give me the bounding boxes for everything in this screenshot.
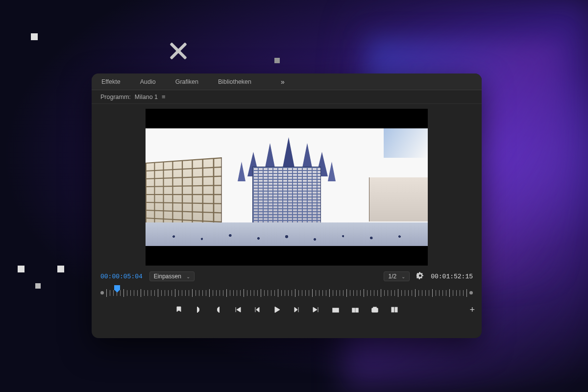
mini-timeline[interactable]	[100, 283, 473, 300]
mark-out-button[interactable]	[214, 305, 222, 314]
program-sequence-name: Milano 1	[135, 94, 158, 100]
range-end-handle[interactable]	[469, 291, 473, 294]
extract-button[interactable]	[351, 305, 360, 314]
panel-menu-icon[interactable]: ≡	[162, 93, 166, 100]
tab-overflow-icon[interactable]: »	[281, 78, 285, 86]
deco-square	[57, 266, 64, 272]
svg-rect-5	[373, 307, 376, 308]
tab-libraries[interactable]: Bibliotheken	[218, 78, 251, 85]
video-frame[interactable]	[146, 109, 428, 266]
letterbox-bottom	[146, 246, 428, 266]
lift-button[interactable]	[331, 305, 340, 314]
transport-bar: +	[92, 300, 482, 319]
deco-square	[274, 58, 280, 63]
go-to-out-button[interactable]	[312, 305, 320, 314]
letterbox-top	[146, 109, 428, 128]
workspace-tabbar: Effekte Audio Grafiken Bibliotheken »	[92, 74, 482, 90]
program-header: Programm: Milano 1 ≡	[92, 90, 482, 104]
timecode-duration: 00:01:52:15	[431, 273, 473, 280]
mark-in-button[interactable]	[194, 305, 203, 314]
svg-rect-0	[333, 308, 339, 312]
ruler-ticks	[106, 290, 467, 296]
deco-cross-icon	[166, 38, 191, 64]
program-monitor-panel: Effekte Audio Grafiken Bibliotheken » Pr…	[92, 74, 482, 338]
svg-point-4	[374, 309, 376, 311]
deco-square	[31, 33, 38, 40]
comparison-view-button[interactable]	[390, 305, 399, 314]
program-viewer	[92, 104, 482, 266]
svg-rect-7	[395, 307, 397, 312]
play-button[interactable]	[272, 305, 281, 314]
tab-audio[interactable]: Audio	[140, 78, 156, 85]
zoom-label: Einpassen	[154, 273, 181, 280]
settings-wrench-icon[interactable]	[416, 272, 424, 281]
svg-rect-1	[352, 308, 355, 312]
deco-square	[18, 266, 24, 272]
button-editor-plus-icon[interactable]: +	[469, 305, 475, 315]
program-label-prefix: Programm:	[100, 94, 131, 100]
playhead-icon[interactable]	[114, 285, 120, 290]
deco-square	[35, 283, 41, 289]
step-back-button[interactable]	[253, 305, 262, 314]
export-frame-button[interactable]	[370, 305, 379, 314]
range-start-handle[interactable]	[100, 291, 104, 294]
go-to-in-button[interactable]	[233, 305, 242, 314]
video-content	[146, 128, 428, 246]
resolution-dropdown[interactable]: 1/2 ⌄	[384, 271, 410, 281]
svg-rect-2	[356, 308, 358, 312]
timecode-current[interactable]: 00:00:05:04	[100, 273, 143, 280]
monitor-controls-row: 00:00:05:04 Einpassen ⌄ 1/2 ⌄ 00:01:52:1…	[92, 266, 482, 283]
chevron-down-icon: ⌄	[401, 274, 405, 279]
tab-graphics[interactable]: Grafiken	[175, 78, 198, 85]
add-marker-button[interactable]	[174, 305, 183, 314]
chevron-down-icon: ⌄	[186, 274, 190, 279]
svg-rect-6	[392, 307, 394, 312]
resolution-label: 1/2	[388, 273, 396, 280]
tab-effects[interactable]: Effekte	[101, 78, 121, 85]
zoom-dropdown[interactable]: Einpassen ⌄	[149, 271, 195, 281]
step-forward-button[interactable]	[292, 305, 301, 314]
